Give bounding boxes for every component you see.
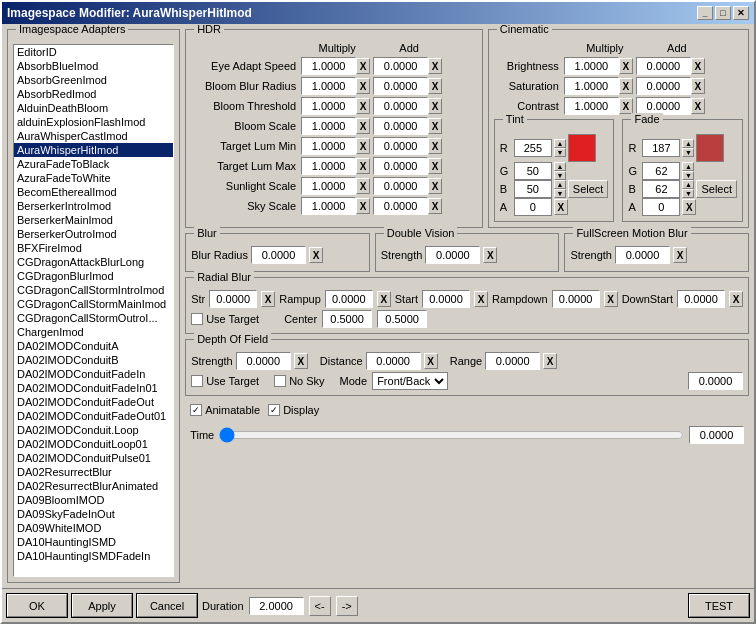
hdr-multiply-x-1[interactable]: X — [356, 78, 370, 94]
fade-r-up[interactable]: ▲ — [682, 139, 694, 148]
cin-add-x-1[interactable]: X — [691, 78, 705, 94]
hdr-add-x-3[interactable]: X — [428, 118, 442, 134]
fade-g-spinner[interactable]: ▲ ▼ — [682, 162, 694, 180]
hdr-add-x-4[interactable]: X — [428, 138, 442, 154]
list-item[interactable]: AbsorbBlueImod — [14, 59, 173, 73]
time-slider[interactable] — [219, 427, 684, 443]
list-item[interactable]: CGDragonCallStormMainImod — [14, 297, 173, 311]
fade-color-swatch[interactable] — [696, 134, 724, 162]
hdr-multiply-x-5[interactable]: X — [356, 158, 370, 174]
list-item[interactable]: DA09BloomIMOD — [14, 493, 173, 507]
list-item[interactable]: BerserkerIntroImod — [14, 199, 173, 213]
hdr-add-7[interactable] — [373, 197, 428, 215]
list-item[interactable]: DA02IMODConduitPulse01 — [14, 451, 173, 465]
dof-no-sky-checkbox[interactable] — [274, 375, 286, 387]
double-vision-strength-input[interactable] — [425, 246, 480, 264]
hdr-add-1[interactable] — [373, 77, 428, 95]
list-item[interactable]: CGDragonCallStormIntroImod — [14, 283, 173, 297]
radial-str-x[interactable]: X — [261, 291, 275, 307]
dof-distance-x[interactable]: X — [424, 353, 438, 369]
cin-multiply-x-1[interactable]: X — [619, 78, 633, 94]
fullscreen-strength-input[interactable] — [615, 246, 670, 264]
list-item[interactable]: AuraWhisperHitImod — [14, 143, 173, 157]
list-item[interactable]: DA02IMODConduitFadeIn01 — [14, 381, 173, 395]
tint-g-up[interactable]: ▲ — [554, 162, 566, 171]
cin-multiply-x-0[interactable]: X — [619, 58, 633, 74]
hdr-multiply-1[interactable] — [301, 77, 356, 95]
fade-r-spinner[interactable]: ▲ ▼ — [682, 139, 694, 157]
dof-extra-input[interactable] — [688, 372, 743, 390]
list-item[interactable]: DA10HauntingISMD — [14, 535, 173, 549]
test-button[interactable]: TEST — [689, 594, 749, 617]
tint-r-down[interactable]: ▼ — [554, 148, 566, 157]
list-item[interactable]: DA02IMODConduitB — [14, 353, 173, 367]
list-item[interactable]: BFXFireImod — [14, 241, 173, 255]
prev-button[interactable]: <- — [309, 596, 331, 616]
fade-g-input[interactable] — [642, 162, 680, 180]
tint-b-down[interactable]: ▼ — [554, 189, 566, 198]
hdr-multiply-x-0[interactable]: X — [356, 58, 370, 74]
list-item[interactable]: DA09WhiteIMOD — [14, 521, 173, 535]
fade-b-input[interactable] — [642, 180, 680, 198]
minimize-button[interactable]: _ — [697, 6, 713, 20]
hdr-add-x-5[interactable]: X — [428, 158, 442, 174]
dof-range-input[interactable] — [485, 352, 540, 370]
list-item[interactable]: CGDragonBlurImod — [14, 269, 173, 283]
list-item[interactable]: DA02IMODConduitLoop01 — [14, 437, 173, 451]
hdr-multiply-x-4[interactable]: X — [356, 138, 370, 154]
time-value-input[interactable] — [689, 426, 744, 444]
hdr-multiply-x-2[interactable]: X — [356, 98, 370, 114]
duration-input[interactable] — [249, 597, 304, 615]
adapter-list[interactable]: EditorIDAbsorbBlueImodAbsorbGreenImodAbs… — [14, 45, 173, 576]
hdr-multiply-x-6[interactable]: X — [356, 178, 370, 194]
list-item[interactable]: BerserkerMainImod — [14, 213, 173, 227]
hdr-add-x-1[interactable]: X — [428, 78, 442, 94]
radial-downstart-x[interactable]: X — [729, 291, 743, 307]
tint-r-up[interactable]: ▲ — [554, 139, 566, 148]
double-vision-x-btn[interactable]: X — [483, 247, 497, 263]
radial-downstart-input[interactable] — [677, 290, 725, 308]
list-item[interactable]: DA02IMODConduitFadeIn — [14, 367, 173, 381]
hdr-multiply-0[interactable] — [301, 57, 356, 75]
hdr-add-x-7[interactable]: X — [428, 198, 442, 214]
hdr-add-2[interactable] — [373, 97, 428, 115]
cin-multiply-2[interactable] — [564, 97, 619, 115]
list-item[interactable]: ChargenImod — [14, 325, 173, 339]
radial-use-target-checkbox[interactable] — [191, 313, 203, 325]
ok-button[interactable]: OK — [7, 594, 67, 617]
tint-a-input[interactable] — [514, 198, 552, 216]
hdr-multiply-4[interactable] — [301, 137, 356, 155]
list-item[interactable]: DA09SkyFadeInOut — [14, 507, 173, 521]
hdr-add-4[interactable] — [373, 137, 428, 155]
cin-add-0[interactable] — [636, 57, 691, 75]
maximize-button[interactable]: □ — [715, 6, 731, 20]
hdr-multiply-7[interactable] — [301, 197, 356, 215]
fade-select-button[interactable]: Select — [696, 180, 737, 198]
list-item[interactable]: BecomEtherealImod — [14, 185, 173, 199]
list-item[interactable]: BerserkerOutroImod — [14, 227, 173, 241]
hdr-multiply-x-7[interactable]: X — [356, 198, 370, 214]
adapters-listbox[interactable]: EditorIDAbsorbBlueImodAbsorbGreenImodAbs… — [13, 44, 174, 577]
fade-r-input[interactable] — [642, 139, 680, 157]
radial-rampup-input[interactable] — [325, 290, 373, 308]
hdr-multiply-3[interactable] — [301, 117, 356, 135]
radial-start-input[interactable] — [422, 290, 470, 308]
dof-range-x[interactable]: X — [543, 353, 557, 369]
hdr-multiply-6[interactable] — [301, 177, 356, 195]
next-button[interactable]: -> — [336, 596, 358, 616]
list-item[interactable]: AlduinDeathBloom — [14, 101, 173, 115]
hdr-add-x-0[interactable]: X — [428, 58, 442, 74]
cancel-button[interactable]: Cancel — [137, 594, 197, 617]
hdr-add-3[interactable] — [373, 117, 428, 135]
tint-b-spinner[interactable]: ▲ ▼ — [554, 180, 566, 198]
hdr-add-x-2[interactable]: X — [428, 98, 442, 114]
hdr-multiply-x-3[interactable]: X — [356, 118, 370, 134]
list-item[interactable]: DA02ResurrectBlur — [14, 465, 173, 479]
list-item[interactable]: DA02IMODConduit.Loop — [14, 423, 173, 437]
tint-g-input[interactable] — [514, 162, 552, 180]
tint-r-spinner[interactable]: ▲ ▼ — [554, 139, 566, 157]
list-item[interactable]: AuraWhisperCastImod — [14, 129, 173, 143]
fullscreen-x-btn[interactable]: X — [673, 247, 687, 263]
list-item[interactable]: AbsorbRedImod — [14, 87, 173, 101]
list-item[interactable]: DA02IMODConduitA — [14, 339, 173, 353]
